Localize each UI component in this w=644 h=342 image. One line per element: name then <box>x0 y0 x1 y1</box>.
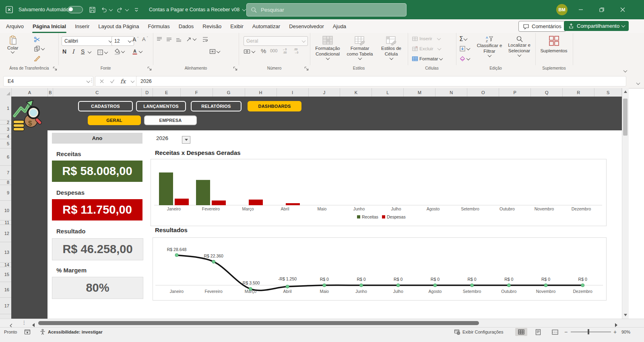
row-header-16[interactable]: 16 <box>0 282 11 298</box>
row-header-10[interactable]: 10 <box>0 201 11 220</box>
row-header-4[interactable]: 4 <box>0 134 11 139</box>
quick-access-customize-icon[interactable] <box>134 0 139 19</box>
zoom-out-button[interactable]: − <box>564 328 568 336</box>
bar-chart[interactable]: JaneiroFevereiroMarçoAbrilMaioJunhoJulho… <box>151 159 607 226</box>
row-header-1[interactable]: 1 <box>0 97 11 120</box>
menu-tab-automatizar[interactable]: Automatizar <box>248 19 285 33</box>
column-header-K[interactable]: K <box>340 88 372 97</box>
column-header-D[interactable]: D <box>142 88 153 97</box>
zoom-slider-track[interactable] <box>571 332 611 332</box>
accounting-format-button[interactable] <box>244 48 255 55</box>
formula-bar-expand-chevron[interactable] <box>637 79 640 87</box>
page-break-view-button[interactable] <box>549 328 561 336</box>
formula-bar-handle[interactable]: ⋮ <box>89 78 94 83</box>
font-color-button[interactable]: A <box>132 48 142 55</box>
zoom-in-button[interactable]: + <box>613 328 617 336</box>
ribbon-collapse-chevron[interactable] <box>624 67 627 74</box>
format-painter-button[interactable] <box>34 55 41 62</box>
increase-font-icon[interactable]: Aˆ <box>132 36 138 43</box>
alignment-dialog-launcher-icon[interactable] <box>233 66 237 71</box>
column-header-I[interactable]: I <box>277 88 309 97</box>
addins-button[interactable]: Suplementos <box>539 35 568 54</box>
menu-tab-ajuda[interactable]: Ajuda <box>328 19 351 33</box>
column-header-C[interactable]: C <box>53 88 142 97</box>
vertical-scroll-thumb[interactable] <box>623 99 627 136</box>
column-header-Q[interactable]: Q <box>531 88 563 97</box>
menu-tab-página-inicial[interactable]: Página Inicial <box>28 19 70 33</box>
column-header-S[interactable]: S <box>594 88 622 97</box>
insert-cells-button[interactable]: Inserir <box>412 35 440 42</box>
zoom-slider-handle[interactable] <box>588 329 589 334</box>
macro-record-icon[interactable] <box>24 328 31 336</box>
menu-tab-arquivo[interactable]: Arquivo <box>2 19 28 33</box>
row-header-9[interactable]: 9 <box>0 185 11 201</box>
confirm-entry-icon[interactable] <box>110 79 115 84</box>
nav-button-cadastros[interactable]: CADASTROS <box>78 101 133 111</box>
column-header-J[interactable]: J <box>309 88 341 97</box>
search-input[interactable] <box>260 6 382 13</box>
increase-decimal-icon[interactable]: ←0.00 <box>282 47 289 54</box>
row-header-15[interactable]: 15 <box>0 267 11 282</box>
nav-button-relatórios[interactable]: RELATÓRIOS <box>191 101 242 111</box>
conditional-formatting-button[interactable]: Formatação Condicional <box>312 35 343 60</box>
year-dropdown[interactable] <box>182 136 190 144</box>
normal-view-button[interactable] <box>515 328 527 336</box>
row-header-12[interactable]: 12 <box>0 225 11 242</box>
column-header-R[interactable]: R <box>563 88 594 97</box>
nav-button-lançamentos[interactable]: LANÇAMENTOS <box>136 101 186 111</box>
column-header-P[interactable]: P <box>499 88 531 97</box>
row-header-3[interactable]: 3 <box>0 125 11 134</box>
column-header-F[interactable]: F <box>181 88 213 97</box>
cell-styles-button[interactable]: Estilos de Célula <box>376 35 407 60</box>
paste-button[interactable]: Colar <box>7 35 18 54</box>
delete-cells-button[interactable]: Excluir <box>412 45 441 52</box>
insert-function-icon[interactable]: fx <box>120 78 126 84</box>
menu-tab-inserir[interactable]: Inserir <box>70 19 94 33</box>
align-top-icon[interactable] <box>156 36 163 42</box>
menu-tab-fórmulas[interactable]: Fórmulas <box>144 19 174 33</box>
number-dialog-launcher-icon[interactable] <box>304 66 309 71</box>
save-button[interactable] <box>89 0 96 19</box>
search-box[interactable] <box>246 3 407 16</box>
orientation-button[interactable] <box>186 36 196 42</box>
row-header-14[interactable]: 14 <box>0 263 11 267</box>
row-header-2[interactable]: 2 <box>0 120 11 125</box>
column-header-M[interactable]: M <box>404 88 436 97</box>
sheet-tabs-menu-icon[interactable]: ⋮ <box>22 320 27 326</box>
scroll-up-arrow[interactable] <box>624 91 627 93</box>
merge-center-button[interactable] <box>209 48 220 55</box>
row-header-13[interactable]: 13 <box>0 242 11 263</box>
autosum-button[interactable]: Σ <box>459 35 467 43</box>
clipboard-dialog-launcher-icon[interactable] <box>53 66 57 71</box>
column-header-G[interactable]: G <box>213 88 245 97</box>
row-header-7[interactable]: 7 <box>0 166 11 180</box>
undo-dropdown-chevron[interactable] <box>109 0 112 19</box>
zoom-level[interactable]: 90% <box>621 328 630 336</box>
font-dialog-launcher-icon[interactable] <box>147 66 152 71</box>
display-settings-button[interactable]: Exibir Configurações <box>454 328 504 336</box>
undo-button[interactable] <box>101 0 107 19</box>
copy-button[interactable] <box>34 45 44 52</box>
redo-button[interactable] <box>117 0 123 19</box>
borders-button[interactable] <box>97 49 107 56</box>
menu-tab-desenvolvedor[interactable]: Desenvolvedor <box>285 19 328 33</box>
decrease-decimal-icon[interactable]: .00→0 <box>293 47 300 54</box>
format-cells-button[interactable]: Formatar <box>412 56 442 62</box>
number-format-select[interactable]: Geral <box>244 36 308 46</box>
cancel-entry-icon[interactable] <box>99 79 104 84</box>
fill-button[interactable] <box>459 45 470 52</box>
format-as-table-button[interactable]: Formatar como Tabela <box>345 35 375 60</box>
subnav-button-empresa[interactable]: EMPRESA <box>144 115 197 125</box>
name-box[interactable] <box>3 76 93 87</box>
avatar[interactable]: BM <box>556 4 568 15</box>
row-header-5[interactable]: 5 <box>0 139 11 148</box>
sort-filter-button[interactable]: AZ Classificar e Filtrar <box>475 35 504 57</box>
wrap-text-button[interactable] <box>202 36 208 43</box>
percent-style-button[interactable]: % <box>261 47 266 54</box>
column-header-N[interactable]: N <box>436 88 467 97</box>
redo-dropdown-chevron[interactable] <box>126 0 128 19</box>
comma-style-button[interactable]: 000 <box>270 48 277 53</box>
row-header-8[interactable]: 8 <box>0 180 11 185</box>
share-button[interactable]: Compartilhamento <box>564 21 629 31</box>
scroll-down-arrow[interactable] <box>624 314 627 316</box>
